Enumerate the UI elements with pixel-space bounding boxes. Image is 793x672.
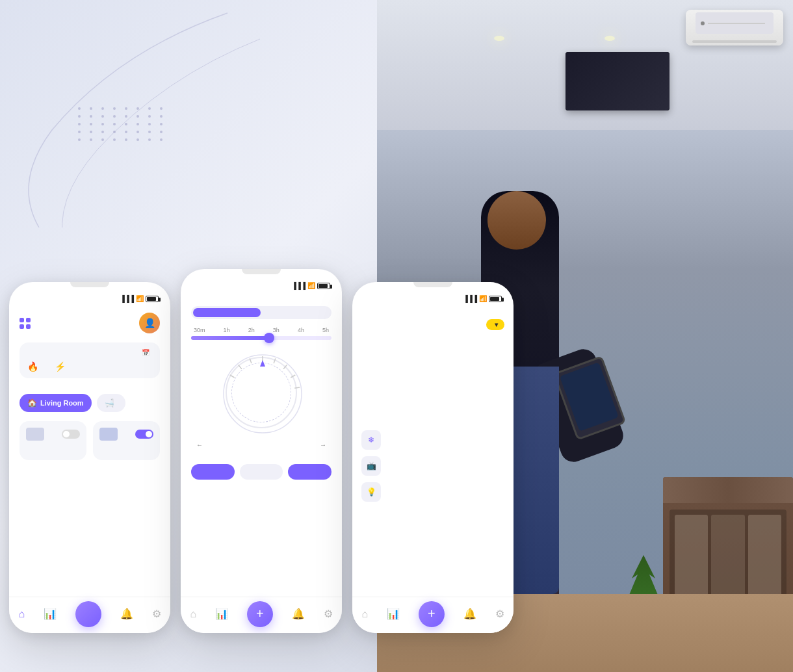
phone2-content: 30m 1h 2h 3h 4h 5h: [181, 292, 342, 486]
temp-max: →: [320, 441, 326, 448]
phone-statistics: ▐▐▐ 📶 ▾: [352, 282, 514, 633]
grid-icon: [20, 318, 31, 329]
energy-today: 🔥: [27, 361, 42, 372]
timer-slider[interactable]: [191, 336, 332, 340]
svg-line-7: [291, 375, 295, 378]
ceiling-light-2: [604, 36, 615, 41]
phone3-status-bar: ▐▐▐ 📶: [352, 289, 514, 305]
chart-wrapper: [361, 338, 504, 421]
tick-4h: 4h: [298, 327, 304, 333]
tick-30m: 30m: [194, 327, 205, 333]
svg-line-6: [283, 365, 287, 369]
temperature-dial-container: [191, 350, 332, 435]
wifi-icon2: 📶: [307, 282, 315, 289]
phone-ac-control: ▐▐▐ 📶 30m 1h 2h: [181, 269, 342, 633]
phone1-header: 👤: [20, 313, 160, 333]
electricity-row: ▾: [361, 319, 504, 330]
phone2-status-bar: ▐▐▐ 📶: [181, 276, 342, 292]
ac-unit: [686, 10, 783, 45]
device-card-ac: [93, 421, 160, 460]
nav-settings[interactable]: ⚙: [152, 608, 161, 620]
phones-area: ▐▐▐ 📶 👤 📅: [9, 269, 514, 633]
bath-room-icon: 🛁: [105, 398, 114, 407]
device-list-lamp: 💡: [361, 482, 504, 502]
tv-toggle[interactable]: [62, 430, 80, 439]
tick-2h: 2h: [248, 327, 255, 333]
device-list-ac: ❄: [361, 430, 504, 450]
fab-button3[interactable]: +: [419, 601, 445, 627]
wifi-icon3: 📶: [479, 295, 487, 302]
fab-button[interactable]: [75, 601, 101, 627]
phone1-content: 👤 📅 🔥: [9, 305, 170, 468]
phone3-signal-icons: ▐▐▐ 📶: [463, 295, 502, 302]
nav2-bell[interactable]: 🔔: [292, 608, 305, 620]
phone1-signal-icons: ▐▐▐ 📶: [120, 295, 159, 302]
weekly-badge[interactable]: ▾: [486, 319, 504, 330]
tick-5h: 5h: [322, 327, 329, 333]
phone2-signal-icons: ▐▐▐ 📶: [292, 282, 330, 289]
phone2-nav: ⌂ 📊 + 🔔 ⚙: [181, 597, 342, 633]
temp-min: ←: [196, 441, 203, 448]
phone3-notch: [413, 282, 452, 287]
svg-marker-9: [260, 360, 265, 367]
tv-list-icon: 📺: [361, 456, 381, 476]
energy-month: ⚡: [55, 361, 69, 372]
device-grid: [20, 421, 160, 460]
user-avatar[interactable]: 👤: [139, 313, 160, 333]
nav-bell[interactable]: 🔔: [120, 608, 133, 620]
nav3-home[interactable]: ⌂: [361, 608, 368, 620]
device-list-tv: 📺: [361, 456, 504, 476]
tab-control[interactable]: [193, 308, 261, 317]
tab-statistic[interactable]: [262, 308, 330, 317]
svg-line-1: [230, 375, 235, 378]
phone3-content: ▾ ❄ 📺: [352, 305, 514, 515]
svg-line-8: [294, 387, 300, 388]
nav3-settings[interactable]: ⚙: [495, 608, 504, 620]
device-card-tv: [20, 421, 86, 460]
electricity-chart: [361, 354, 504, 419]
living-room-label: Living Room: [40, 399, 84, 407]
auto-button[interactable]: [191, 464, 235, 480]
nav-home[interactable]: ⌂: [18, 608, 25, 620]
slider-fill: [191, 336, 268, 340]
temperature-dial[interactable]: [226, 357, 297, 428]
nav-chart[interactable]: 📊: [44, 608, 57, 620]
svg-line-3: [250, 358, 252, 363]
flame-icon: 🔥: [27, 361, 38, 372]
signal-icon: ▐▐▐: [120, 295, 134, 302]
arrow-left-icon: ←: [196, 441, 203, 448]
signal-icon3: ▐▐▐: [463, 295, 477, 302]
phone3-nav: ⌂ 📊 + 🔔 ⚙: [352, 597, 514, 633]
ac-icon-box: [99, 428, 118, 441]
nav3-bell[interactable]: 🔔: [463, 608, 476, 620]
ac-list-icon: ❄: [361, 430, 381, 450]
bolt-icon: ⚡: [55, 361, 66, 372]
nav2-home[interactable]: ⌂: [190, 608, 196, 620]
tv-icon-box: [26, 428, 44, 441]
energy-card: 📅 🔥 ⚡: [20, 342, 160, 378]
ac-controls: [191, 464, 332, 480]
living-room-icon: 🏠: [27, 398, 37, 407]
phone1-notch: [70, 282, 109, 287]
battery-icon2: [317, 283, 330, 289]
minus-button[interactable]: [240, 464, 283, 480]
slider-thumb[interactable]: [264, 333, 274, 343]
nav2-chart[interactable]: 📊: [215, 608, 228, 620]
room-tab-bath[interactable]: 🛁: [97, 394, 125, 412]
phone2-notch: [242, 269, 281, 274]
room-tab-living[interactable]: 🏠 Living Room: [20, 394, 92, 412]
tick-3h: 3h: [273, 327, 280, 333]
timer-ticks: 30m 1h 2h 3h 4h 5h: [191, 327, 332, 333]
plus-button[interactable]: [288, 464, 332, 480]
battery-icon: [146, 296, 159, 302]
nav3-chart[interactable]: 📊: [387, 608, 400, 620]
ac-toggle[interactable]: [135, 430, 153, 439]
wifi-icon: 📶: [136, 295, 144, 302]
calendar-icon: 📅: [142, 349, 150, 356]
phone1-nav: ⌂ 📊 🔔 ⚙: [9, 597, 170, 633]
fab-button2[interactable]: +: [247, 601, 273, 627]
signal-icon2: ▐▐▐: [292, 282, 306, 289]
nav2-settings[interactable]: ⚙: [324, 608, 333, 620]
lamp-list-icon: 💡: [361, 482, 381, 502]
ceiling-light-1: [494, 36, 504, 41]
